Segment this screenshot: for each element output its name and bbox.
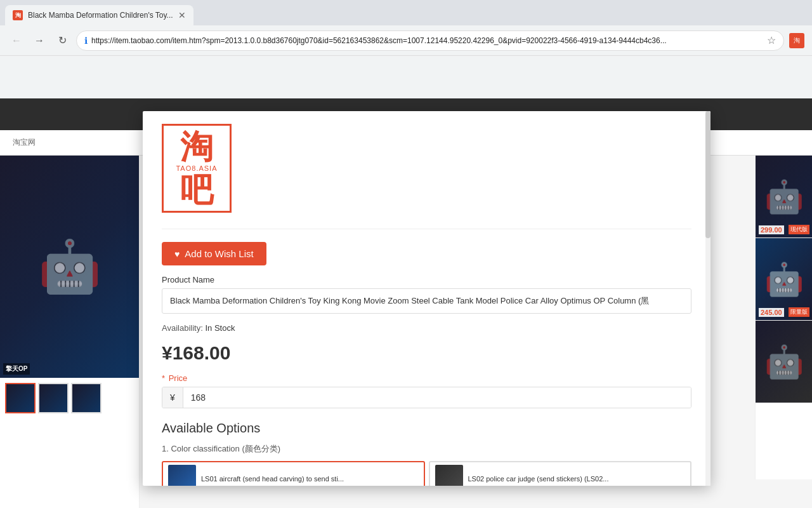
available-options-title: Available Options xyxy=(162,421,691,436)
price-display: ¥168.00 xyxy=(162,342,691,364)
url-display: https://item.taobao.com/item.htm?spm=201… xyxy=(91,36,763,45)
modal-logo: 淘 TAO8.ASIA 吧 xyxy=(162,124,232,213)
active-tab[interactable]: 淘 Black Mamba Deformation Children's Toy… xyxy=(5,5,193,25)
color-thumb-ls01 xyxy=(168,465,196,486)
wish-list-modal: 淘 TAO8.ASIA 吧 ♥ Add to Wish List Product… xyxy=(143,111,710,486)
required-star: * xyxy=(162,373,165,383)
color-label-ls02: LS02 police car judge (send stickers) (L… xyxy=(468,474,609,483)
color-classification-label: 1. Color classification (颜色分类) xyxy=(162,443,691,455)
forward-button[interactable]: → xyxy=(30,32,48,50)
color-label-ls01: LS01 aircraft (send head carving) to sen… xyxy=(201,474,344,483)
refresh-button[interactable]: ↻ xyxy=(53,32,71,50)
browser-chrome: 淘 Black Mamba Deformation Children's Toy… xyxy=(0,0,812,98)
color-options-grid: LS01 aircraft (send head carving) to sen… xyxy=(162,461,691,486)
tab-bar: 淘 Black Mamba Deformation Children's Toy… xyxy=(0,0,812,25)
availability-value: In Stock xyxy=(205,323,235,333)
availability-label: Availability: xyxy=(162,323,203,333)
tab-close-button[interactable]: ✕ xyxy=(178,10,186,20)
tab-title: Black Mamba Deformation Children's Toy..… xyxy=(28,11,173,20)
taobao-extension-icon[interactable]: 淘 xyxy=(789,33,804,48)
logo-char-top: 淘 xyxy=(180,130,213,163)
price-input-wrapper: ¥ xyxy=(162,387,691,408)
price-input[interactable] xyxy=(183,387,691,408)
add-to-wish-list-button[interactable]: ♥ Add to Wish List xyxy=(162,242,266,265)
availability-row: Availability: In Stock xyxy=(162,323,691,333)
security-icon: ℹ xyxy=(84,36,88,46)
wish-button-label: Add to Wish List xyxy=(185,248,253,259)
modal-content: 淘 TAO8.ASIA 吧 ♥ Add to Wish List Product… xyxy=(143,111,710,486)
tab-favicon: 淘 xyxy=(13,10,23,20)
color-option-ls02[interactable]: LS02 police car judge (send stickers) (L… xyxy=(429,461,692,486)
color-thumb-ls02 xyxy=(435,465,463,486)
currency-symbol: ¥ xyxy=(162,387,183,408)
heart-icon: ♥ xyxy=(174,249,180,259)
nav-extras: 淘 xyxy=(789,33,804,48)
address-bar[interactable]: ℹ https://item.taobao.com/item.htm?spm=2… xyxy=(76,30,784,51)
product-name-field[interactable]: Black Mamba Deformation Children's Toy K… xyxy=(162,288,691,314)
product-name-label: Product Name xyxy=(162,275,691,284)
logo-char-bottom: 吧 xyxy=(180,173,213,206)
modal-divider xyxy=(162,229,691,229)
color-option-ls01[interactable]: LS01 aircraft (send head carving) to sen… xyxy=(162,461,425,486)
back-button[interactable]: ← xyxy=(8,32,25,50)
modal-overlay: 淘 TAO8.ASIA 吧 ♥ Add to Wish List Product… xyxy=(0,98,812,508)
bookmark-icon[interactable]: ☆ xyxy=(767,34,776,46)
nav-bar: ← → ↻ ℹ https://item.taobao.com/item.htm… xyxy=(0,25,812,56)
price-label: * Price xyxy=(162,373,691,383)
